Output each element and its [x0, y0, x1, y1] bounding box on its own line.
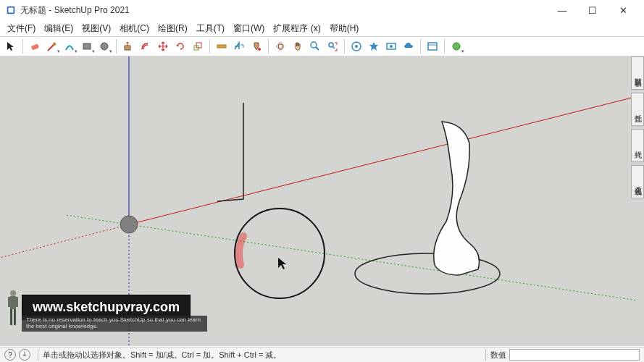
svg-line-20: [129, 224, 637, 300]
menu-draw[interactable]: 绘图(R): [154, 21, 192, 36]
watermark-subtitle: There is no reservation to teach you Ske…: [22, 316, 207, 332]
maximize-button[interactable]: ☐: [577, 0, 608, 20]
separator: [485, 349, 486, 361]
svg-rect-32: [14, 309, 16, 325]
vray-asset-editor[interactable]: [348, 38, 364, 54]
menu-bar: 文件(F) 编辑(E) 视图(V) 相机(C) 绘图(R) 工具(T) 窗口(W…: [0, 20, 644, 36]
menu-window[interactable]: 窗口(W): [229, 21, 269, 36]
window-title: 无标题 - SketchUp Pro 2021: [20, 4, 547, 17]
measurement-input[interactable]: [509, 349, 640, 361]
tray-styles[interactable]: 样式: [631, 129, 644, 162]
window-titlebar: 无标题 - SketchUp Pro 2021 — ☐ ✕: [0, 0, 644, 20]
menu-help[interactable]: 帮助(H): [325, 21, 364, 36]
svg-point-9: [258, 48, 261, 51]
minimize-button[interactable]: —: [547, 0, 577, 20]
text-tool[interactable]: [231, 38, 247, 54]
svg-point-12: [311, 42, 317, 48]
app-icon: [6, 5, 16, 15]
separator: [344, 39, 345, 54]
separator: [268, 39, 269, 54]
svg-point-15: [355, 45, 358, 48]
svg-rect-31: [10, 309, 12, 325]
separator: [209, 39, 210, 54]
tray-tabs: 默认面板 托盘 样式 柔化边线: [631, 56, 644, 198]
zoom-tool[interactable]: [307, 38, 323, 54]
menu-file[interactable]: 文件(F): [3, 21, 40, 36]
shapes-tool[interactable]: ▾: [79, 38, 95, 54]
svg-point-26: [120, 216, 138, 233]
orbit-tool[interactable]: [272, 38, 288, 54]
svg-point-27: [235, 209, 325, 298]
separator: [420, 39, 421, 54]
svg-point-10: [277, 45, 284, 49]
status-bar: ? 单击或拖动以选择对象。Shift = 加/减。Ctrl = 加。Shift …: [0, 347, 644, 362]
vray-cloud[interactable]: [401, 38, 417, 54]
close-button[interactable]: ✕: [608, 0, 638, 20]
menu-extensions[interactable]: 扩展程序 (x): [269, 21, 325, 36]
svg-rect-18: [428, 43, 437, 50]
svg-rect-30: [10, 296, 16, 309]
vray-objects[interactable]: ▾: [448, 38, 464, 54]
circle-tool[interactable]: ▾: [96, 38, 112, 54]
tape-tool[interactable]: [214, 38, 230, 54]
select-tool[interactable]: [3, 38, 19, 54]
svg-rect-5: [125, 46, 130, 50]
paint-tool[interactable]: [248, 38, 264, 54]
separator: [444, 39, 445, 54]
menu-tools[interactable]: 工具(T): [192, 21, 229, 36]
svg-rect-34: [16, 297, 18, 307]
pan-tool[interactable]: [290, 38, 306, 54]
main-toolbar: ▾ ▾ ▾ ▾ ▾: [0, 36, 644, 56]
svg-rect-2: [31, 43, 39, 50]
move-tool[interactable]: [155, 38, 171, 54]
offset-tool[interactable]: [138, 38, 154, 54]
tray-tray[interactable]: 托盘: [631, 93, 644, 126]
separator: [116, 39, 117, 54]
svg-point-4: [101, 43, 108, 50]
zoom-extents-tool[interactable]: [325, 38, 340, 54]
vray-render[interactable]: [366, 38, 382, 54]
svg-point-11: [279, 43, 283, 50]
tray-default[interactable]: 默认面板: [631, 56, 644, 90]
geo-status-button[interactable]: [19, 349, 30, 361]
svg-point-17: [390, 45, 393, 48]
separator: [38, 349, 38, 361]
menu-camera[interactable]: 相机(C): [115, 21, 154, 36]
scale-figure-icon: [4, 288, 22, 329]
arc-tool[interactable]: ▾: [62, 38, 78, 54]
rotate-tool[interactable]: [172, 38, 188, 54]
status-hint: 单击或拖动以选择对象。Shift = 加/减。Ctrl = 加。Shift + …: [43, 350, 481, 361]
vray-frame-buffer[interactable]: [425, 38, 440, 54]
scale-tool[interactable]: [190, 38, 206, 54]
menu-edit[interactable]: 编辑(E): [40, 21, 78, 36]
svg-point-19: [453, 43, 460, 50]
menu-view[interactable]: 视图(V): [78, 21, 115, 36]
svg-line-23: [0, 224, 129, 258]
svg-line-21: [65, 215, 129, 224]
svg-rect-1: [9, 8, 14, 13]
vray-interactive[interactable]: [383, 38, 399, 54]
svg-rect-33: [8, 297, 10, 307]
svg-line-22: [129, 96, 637, 224]
separator: [22, 39, 23, 54]
line-tool[interactable]: ▾: [44, 38, 60, 54]
svg-point-29: [10, 290, 16, 296]
window-controls: — ☐ ✕: [547, 0, 638, 20]
eraser-tool[interactable]: [27, 38, 43, 54]
pushpull-tool[interactable]: [120, 38, 136, 54]
measurement-label: 数值: [490, 350, 509, 361]
help-status-button[interactable]: ?: [4, 349, 16, 361]
model-viewport[interactable]: www.sketchupvray.com There is no reserva…: [0, 56, 644, 346]
tray-soften[interactable]: 柔化边线: [631, 165, 644, 198]
svg-rect-3: [83, 43, 91, 49]
